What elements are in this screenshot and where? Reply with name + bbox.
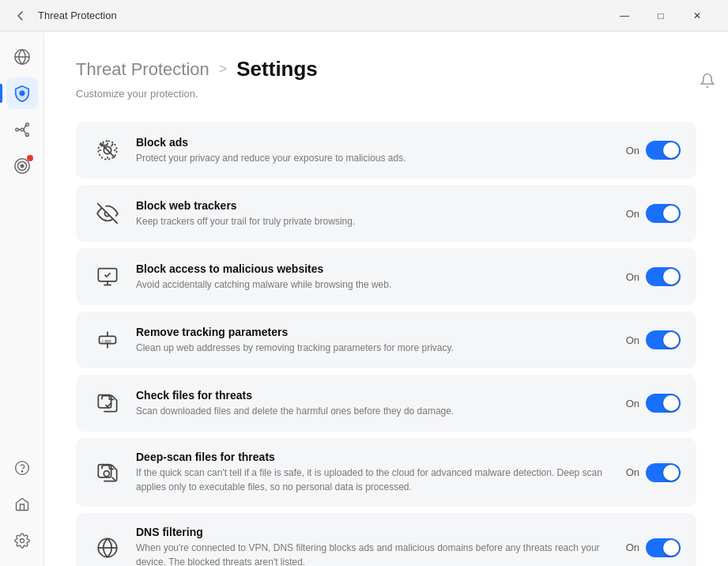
setting-text-block-malicious-websites: Block access to malicious websites Avoid… xyxy=(136,262,613,292)
setting-card-block-malicious-websites: Block access to malicious websites Avoid… xyxy=(76,248,696,305)
setting-card-block-ads: Block ads Protect your privacy and reduc… xyxy=(76,122,696,179)
maximize-button[interactable]: □ xyxy=(643,0,679,32)
setting-title-block-malicious-websites: Block access to malicious websites xyxy=(136,262,613,275)
setting-desc-remove-tracking-params: Clean up web addresses by removing track… xyxy=(136,341,613,355)
setting-icon-block-malicious-websites xyxy=(92,261,123,292)
breadcrumb-parent: Threat Protection xyxy=(76,59,209,80)
setting-title-check-files: Check files for threats xyxy=(136,389,613,402)
svg-line-8 xyxy=(23,130,25,134)
sidebar-item-globe[interactable] xyxy=(6,41,38,73)
setting-desc-block-web-trackers: Keep trackers off your trail for truly p… xyxy=(136,214,613,228)
setting-toggle-remove-tracking-params[interactable] xyxy=(646,330,681,349)
svg-point-5 xyxy=(21,128,24,131)
setting-toggle-check-files[interactable] xyxy=(646,394,681,413)
setting-text-block-web-trackers: Block web trackers Keep trackers off you… xyxy=(136,199,613,228)
close-button[interactable]: ✕ xyxy=(679,0,715,32)
back-button[interactable] xyxy=(13,8,28,24)
svg-text:URL: URL xyxy=(102,339,113,345)
svg-point-14 xyxy=(20,539,24,543)
app-layout: Threat Protection > Settings Customize y… xyxy=(0,32,728,566)
setting-text-remove-tracking-params: Remove tracking parameters Clean up web … xyxy=(136,326,613,355)
setting-text-block-ads: Block ads Protect your privacy and reduc… xyxy=(136,136,613,165)
setting-status-block-malicious-websites: On xyxy=(626,271,639,283)
setting-status-dns-filtering: On xyxy=(626,541,639,553)
svg-point-24 xyxy=(104,470,109,476)
setting-text-check-files: Check files for threats Scan downloaded … xyxy=(136,389,613,418)
title-bar: Threat Protection — □ ✕ xyxy=(0,0,728,32)
setting-status-check-files: On xyxy=(626,398,639,409)
setting-toggle-block-ads[interactable] xyxy=(646,141,681,160)
settings-list: Block ads Protect your privacy and reduc… xyxy=(76,122,696,566)
setting-control-block-malicious-websites: On xyxy=(626,267,681,286)
sidebar xyxy=(0,32,44,566)
setting-text-deep-scan: Deep-scan files for threats If the quick… xyxy=(136,451,613,494)
page-subtitle: Customize your protection. xyxy=(76,88,696,100)
breadcrumb: Threat Protection > Settings xyxy=(76,57,696,81)
setting-icon-dns-filtering xyxy=(92,532,123,564)
setting-card-check-files: Check files for threats Scan downloaded … xyxy=(76,375,696,432)
sidebar-item-mesh[interactable] xyxy=(6,114,38,145)
sidebar-item-target[interactable] xyxy=(6,150,38,182)
svg-point-12 xyxy=(15,462,28,475)
setting-icon-check-files xyxy=(92,387,123,419)
breadcrumb-separator: > xyxy=(219,61,228,77)
svg-point-11 xyxy=(21,164,24,168)
setting-title-block-web-trackers: Block web trackers xyxy=(136,199,613,212)
sidebar-item-shield[interactable] xyxy=(6,77,38,109)
setting-control-dns-filtering: On xyxy=(626,538,681,557)
setting-text-dns-filtering: DNS filtering When you're connected to V… xyxy=(136,526,613,566)
svg-line-7 xyxy=(23,126,25,130)
setting-icon-deep-scan xyxy=(92,457,123,489)
main-content: Threat Protection > Settings Customize y… xyxy=(44,32,728,566)
breadcrumb-current: Settings xyxy=(236,57,318,81)
setting-desc-block-ads: Protect your privacy and reduce your exp… xyxy=(136,151,613,165)
svg-point-1 xyxy=(20,91,25,96)
setting-toggle-dns-filtering[interactable] xyxy=(646,538,681,557)
setting-desc-check-files: Scan downloaded files and delete the har… xyxy=(136,404,613,418)
setting-desc-deep-scan: If the quick scan can't tell if a file i… xyxy=(136,466,613,494)
notification-bell[interactable] xyxy=(700,73,715,89)
setting-toggle-block-malicious-websites[interactable] xyxy=(646,267,681,286)
setting-card-block-web-trackers: Block web trackers Keep trackers off you… xyxy=(76,185,696,242)
setting-control-check-files: On xyxy=(626,394,681,413)
setting-control-deep-scan: On xyxy=(626,463,681,482)
setting-desc-dns-filtering: When you're connected to VPN, DNS filter… xyxy=(136,541,613,566)
page-header: Threat Protection > Settings Customize y… xyxy=(76,57,696,100)
sidebar-item-settings[interactable] xyxy=(6,525,38,557)
svg-point-13 xyxy=(21,471,22,472)
setting-title-dns-filtering: DNS filtering xyxy=(136,526,613,538)
svg-point-2 xyxy=(15,128,18,131)
setting-card-deep-scan: Deep-scan files for threats If the quick… xyxy=(76,438,696,507)
setting-icon-block-web-trackers xyxy=(92,198,123,229)
setting-card-dns-filtering: DNS filtering When you're connected to V… xyxy=(76,513,696,566)
setting-control-remove-tracking-params: On xyxy=(626,330,681,349)
setting-toggle-block-web-trackers[interactable] xyxy=(646,204,681,223)
setting-icon-remove-tracking-params: URL xyxy=(92,324,123,356)
setting-card-remove-tracking-params: URL Remove tracking parameters Clean up … xyxy=(76,311,696,368)
setting-control-block-ads: On xyxy=(626,141,681,160)
setting-status-block-web-trackers: On xyxy=(626,208,639,220)
setting-title-deep-scan: Deep-scan files for threats xyxy=(136,451,613,463)
setting-control-block-web-trackers: On xyxy=(626,204,681,223)
notification-dot xyxy=(27,155,33,161)
setting-status-deep-scan: On xyxy=(626,466,639,478)
minimize-button[interactable]: — xyxy=(606,0,643,32)
setting-status-block-ads: On xyxy=(626,145,639,157)
sidebar-item-help[interactable] xyxy=(6,452,38,484)
window-title: Threat Protection xyxy=(38,9,117,21)
sidebar-item-home[interactable] xyxy=(6,489,38,520)
setting-title-remove-tracking-params: Remove tracking parameters xyxy=(136,326,613,338)
setting-toggle-deep-scan[interactable] xyxy=(646,463,681,482)
setting-desc-block-malicious-websites: Avoid accidentally catching malware whil… xyxy=(136,277,613,292)
setting-title-block-ads: Block ads xyxy=(136,136,613,149)
setting-status-remove-tracking-params: On xyxy=(626,334,639,346)
setting-icon-block-ads xyxy=(92,134,123,166)
window-controls: — □ ✕ xyxy=(606,0,715,32)
